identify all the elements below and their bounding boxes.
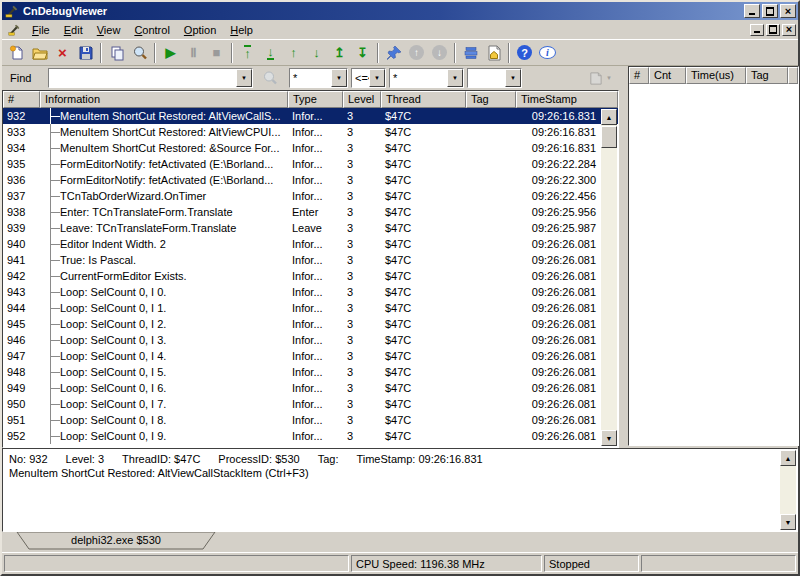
mdi-restore-icon (769, 26, 777, 33)
vertical-splitter[interactable] (619, 66, 628, 448)
bookmark-button[interactable] (382, 42, 405, 64)
column-header-cnt[interactable]: Cnt (649, 67, 686, 84)
title-bar[interactable]: CnDebugViewer × (2, 2, 798, 20)
row-thread: $47C (381, 366, 466, 378)
table-row[interactable]: 941 True: Is Pascal. Infor... 3 $47C 09:… (3, 252, 618, 268)
tag-filter-combobox[interactable]: ▼ (467, 68, 522, 88)
row-type: Infor... (288, 254, 343, 266)
table-row[interactable]: 936 FormEditorNotify: fetActivated (E:\B… (3, 172, 618, 188)
tab-delphi32[interactable]: delphi32.exe $530 (16, 532, 216, 550)
timing-list-body[interactable] (629, 84, 798, 445)
printer-button[interactable] (459, 42, 482, 64)
restore-button[interactable] (762, 4, 778, 18)
type-filter-dropdown-button[interactable]: ▼ (331, 69, 347, 87)
table-row[interactable]: 950 Loop: SelCount 0, I 7. Infor... 3 $4… (3, 396, 618, 412)
goto-first-button[interactable]: ↑ (236, 42, 259, 64)
find-input[interactable] (49, 69, 236, 87)
column-header-timestamp[interactable]: TimeStamp (516, 91, 618, 108)
goto-last-button[interactable]: ↓ (259, 42, 282, 64)
find-dropdown-button[interactable]: ▼ (236, 69, 252, 87)
table-row[interactable]: 939 Leave: TCnTranslateForm.Translate Le… (3, 220, 618, 236)
goto-next-button[interactable]: ↓ (305, 42, 328, 64)
menu-file[interactable]: File (25, 22, 57, 38)
level-operator-dropdown-button[interactable]: ▼ (369, 69, 385, 87)
row-thread: $47C (381, 302, 466, 314)
close-button[interactable]: × (780, 4, 796, 18)
prev-same-level-button[interactable]: ↥ (328, 42, 351, 64)
column-header-tag[interactable]: Tag (466, 91, 516, 108)
column-header-thread[interactable]: Thread (381, 91, 466, 108)
tag-filter-dropdown-button[interactable]: ▼ (505, 69, 521, 87)
mdi-close-button[interactable]: × (782, 24, 796, 36)
menu-edit[interactable]: Edit (57, 22, 90, 38)
menu-view[interactable]: View (90, 22, 128, 38)
prev-bookmark-button: ↑ (405, 42, 428, 64)
table-row[interactable]: 946 Loop: SelCount 0, I 3. Infor... 3 $4… (3, 332, 618, 348)
about-button[interactable]: i (536, 42, 559, 64)
row-information: Loop: SelCount 0, I 8. (40, 412, 288, 428)
open-file-button[interactable] (28, 42, 51, 64)
table-row[interactable]: 935 FormEditorNotify: fetActivated (E:\B… (3, 156, 618, 172)
column-header-time-us[interactable]: Time(us) (686, 67, 746, 84)
table-row[interactable]: 942 CurrentFormEditor Exists. Infor... 3… (3, 268, 618, 284)
row-number: 932 (3, 110, 40, 122)
scroll-down-button[interactable]: ▼ (601, 430, 617, 446)
column-header-information[interactable]: Information (40, 91, 288, 108)
table-row[interactable]: 948 Loop: SelCount 0, I 5. Infor... 3 $4… (3, 364, 618, 380)
menu-option[interactable]: Option (177, 22, 223, 38)
table-row[interactable]: 944 Loop: SelCount 0, I 1. Infor... 3 $4… (3, 300, 618, 316)
minimize-button[interactable] (744, 4, 760, 18)
save-button[interactable] (74, 42, 97, 64)
table-row[interactable]: 940 Editor Indent Width. 2 Infor... 3 $4… (3, 236, 618, 252)
table-row[interactable]: 949 Loop: SelCount 0, I 6. Infor... 3 $4… (3, 380, 618, 396)
row-level: 3 (343, 222, 381, 234)
scrollbar-thumb[interactable] (601, 126, 617, 148)
start-button[interactable]: ▶ (159, 42, 182, 64)
level-operator-value: <=< (352, 69, 369, 87)
row-level: 3 (343, 318, 381, 330)
menu-control[interactable]: Control (127, 22, 176, 38)
table-row[interactable]: 938 Enter: TCnTranslateForm.Translate En… (3, 204, 618, 220)
homepage-button[interactable] (482, 42, 505, 64)
table-row[interactable]: 952 Loop: SelCount 0, I 9. Infor... 3 $4… (3, 428, 618, 444)
table-row[interactable]: 947 Loop: SelCount 0, I 4. Infor... 3 $4… (3, 348, 618, 364)
next-same-level-button[interactable]: ↧ (351, 42, 374, 64)
column-header-type[interactable]: Type (288, 91, 343, 108)
detail-scrollbar[interactable]: ▲ ▼ (780, 450, 796, 530)
table-row[interactable]: 932 MenuItem ShortCut Restored: AltViewC… (3, 108, 618, 124)
column-header-timing-tag[interactable]: Tag (746, 67, 788, 84)
detail-scrollbar-track[interactable] (780, 466, 796, 514)
copy-button[interactable] (105, 42, 128, 64)
level-operator-combobox[interactable]: <=< ▼ (351, 68, 386, 88)
menu-help[interactable]: Help (223, 22, 260, 38)
table-row[interactable]: 934 MenuItem ShortCut Restored: &Source … (3, 140, 618, 156)
table-row[interactable]: 933 MenuItem ShortCut Restored: AltViewC… (3, 124, 618, 140)
table-row[interactable]: 945 Loop: SelCount 0, I 2. Infor... 3 $4… (3, 316, 618, 332)
mdi-minimize-button[interactable] (750, 24, 764, 36)
table-row[interactable]: 943 Loop: SelCount 0, I 0. Infor... 3 $4… (3, 284, 618, 300)
column-header-number[interactable]: # (3, 91, 40, 108)
new-file-button[interactable] (5, 42, 28, 64)
pause-icon: Ⅱ (190, 46, 196, 59)
type-filter-combobox[interactable]: * ▼ (289, 68, 348, 88)
find-combobox[interactable]: ▼ (48, 68, 253, 88)
table-row[interactable]: 937 TCnTabOrderWizard.OnTimer Infor... 3… (3, 188, 618, 204)
detail-scroll-down-button[interactable]: ▼ (780, 514, 796, 530)
thread-filter-dropdown-button[interactable]: ▼ (447, 69, 463, 87)
scrollbar-track[interactable] (601, 148, 617, 430)
mdi-restore-button[interactable] (766, 24, 780, 36)
column-header-level[interactable]: Level (343, 91, 381, 108)
row-thread: $47C (381, 270, 466, 282)
row-type: Infor... (288, 190, 343, 202)
scroll-up-button[interactable]: ▲ (601, 109, 617, 125)
help-button[interactable]: ? (513, 42, 536, 64)
table-row[interactable]: 951 Loop: SelCount 0, I 8. Infor... 3 $4… (3, 412, 618, 428)
column-header-timing-number[interactable]: # (629, 67, 649, 84)
message-list-scrollbar[interactable]: ▲ ▼ (601, 109, 617, 446)
thread-filter-combobox[interactable]: * ▼ (389, 68, 464, 88)
row-type: Infor... (288, 398, 343, 410)
detail-scroll-up-button[interactable]: ▲ (780, 450, 796, 466)
find-button[interactable] (128, 42, 151, 64)
goto-prev-button[interactable]: ↑ (282, 42, 305, 64)
clear-button[interactable]: × (51, 42, 74, 64)
